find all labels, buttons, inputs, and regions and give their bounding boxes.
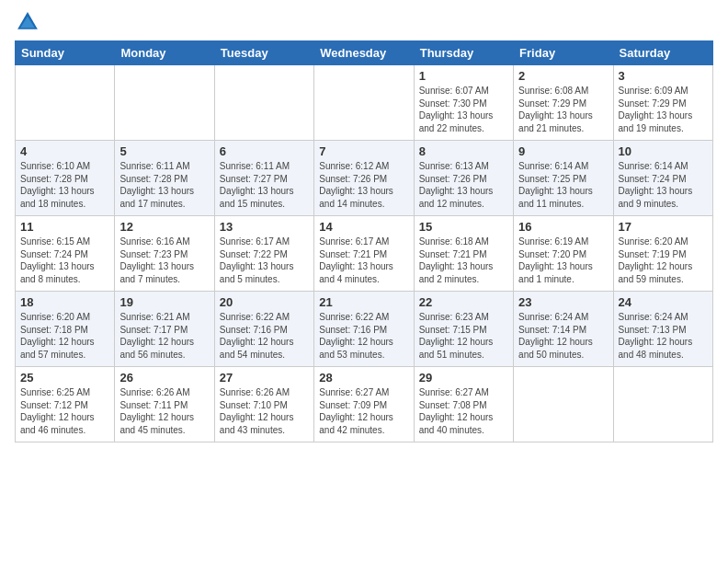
calendar-cell: 26Sunrise: 6:26 AM Sunset: 7:11 PM Dayli… — [115, 367, 214, 442]
calendar-cell: 10Sunrise: 6:14 AM Sunset: 7:24 PM Dayli… — [613, 141, 712, 216]
calendar-cell: 25Sunrise: 6:25 AM Sunset: 7:12 PM Dayli… — [16, 367, 115, 442]
header — [15, 9, 713, 35]
day-number: 5 — [119, 144, 209, 158]
day-info: Sunrise: 6:13 AM Sunset: 7:26 PM Dayligh… — [419, 160, 508, 210]
day-number: 14 — [319, 220, 408, 234]
calendar-header-thursday: Thursday — [414, 41, 513, 65]
day-number: 11 — [20, 220, 109, 234]
logo — [15, 9, 44, 35]
day-info: Sunrise: 6:22 AM Sunset: 7:16 PM Dayligh… — [319, 311, 408, 361]
calendar-header-monday: Monday — [115, 41, 214, 65]
day-info: Sunrise: 6:26 AM Sunset: 7:10 PM Dayligh… — [220, 386, 309, 436]
calendar-week-1: 1Sunrise: 6:07 AM Sunset: 7:30 PM Daylig… — [16, 65, 713, 141]
day-info: Sunrise: 6:14 AM Sunset: 7:24 PM Dayligh… — [619, 160, 708, 210]
calendar-cell: 9Sunrise: 6:14 AM Sunset: 7:25 PM Daylig… — [514, 141, 613, 216]
day-info: Sunrise: 6:19 AM Sunset: 7:20 PM Dayligh… — [518, 236, 608, 285]
day-number: 3 — [619, 69, 708, 83]
calendar-week-4: 18Sunrise: 6:20 AM Sunset: 7:18 PM Dayli… — [16, 292, 713, 367]
day-info: Sunrise: 6:21 AM Sunset: 7:17 PM Dayligh… — [119, 311, 209, 361]
calendar-cell: 29Sunrise: 6:27 AM Sunset: 7:08 PM Dayli… — [414, 367, 513, 442]
day-number: 13 — [220, 220, 309, 234]
calendar-cell: 11Sunrise: 6:15 AM Sunset: 7:24 PM Dayli… — [16, 216, 115, 292]
calendar-cell — [613, 367, 712, 442]
day-number: 9 — [518, 144, 608, 158]
day-number: 6 — [220, 144, 309, 158]
day-info: Sunrise: 6:18 AM Sunset: 7:21 PM Dayligh… — [419, 236, 508, 285]
day-info: Sunrise: 6:20 AM Sunset: 7:19 PM Dayligh… — [619, 236, 708, 285]
day-number: 1 — [419, 69, 508, 83]
calendar-header-saturday: Saturday — [613, 41, 712, 65]
day-info: Sunrise: 6:08 AM Sunset: 7:29 PM Dayligh… — [518, 85, 608, 134]
calendar-header-sunday: Sunday — [16, 41, 115, 65]
day-info: Sunrise: 6:17 AM Sunset: 7:22 PM Dayligh… — [220, 236, 309, 285]
calendar-cell: 20Sunrise: 6:22 AM Sunset: 7:16 PM Dayli… — [214, 292, 313, 367]
calendar-cell: 15Sunrise: 6:18 AM Sunset: 7:21 PM Dayli… — [414, 216, 513, 292]
calendar-cell: 19Sunrise: 6:21 AM Sunset: 7:17 PM Dayli… — [115, 292, 214, 367]
day-info: Sunrise: 6:24 AM Sunset: 7:14 PM Dayligh… — [518, 311, 608, 361]
calendar-header-wednesday: Wednesday — [314, 41, 414, 65]
day-info: Sunrise: 6:11 AM Sunset: 7:27 PM Dayligh… — [220, 160, 309, 210]
calendar-cell: 21Sunrise: 6:22 AM Sunset: 7:16 PM Dayli… — [314, 292, 414, 367]
day-info: Sunrise: 6:14 AM Sunset: 7:25 PM Dayligh… — [518, 160, 608, 210]
calendar-week-5: 25Sunrise: 6:25 AM Sunset: 7:12 PM Dayli… — [16, 367, 713, 442]
day-info: Sunrise: 6:12 AM Sunset: 7:26 PM Dayligh… — [319, 160, 408, 210]
calendar-header-friday: Friday — [514, 41, 613, 65]
day-number: 20 — [220, 295, 309, 309]
day-number: 21 — [319, 295, 408, 309]
day-info: Sunrise: 6:20 AM Sunset: 7:18 PM Dayligh… — [20, 311, 109, 361]
day-info: Sunrise: 6:27 AM Sunset: 7:09 PM Dayligh… — [319, 386, 408, 436]
calendar-cell — [16, 65, 115, 141]
calendar-cell: 22Sunrise: 6:23 AM Sunset: 7:15 PM Dayli… — [414, 292, 513, 367]
calendar-cell: 2Sunrise: 6:08 AM Sunset: 7:29 PM Daylig… — [514, 65, 613, 141]
day-number: 2 — [518, 69, 608, 83]
calendar-cell: 18Sunrise: 6:20 AM Sunset: 7:18 PM Dayli… — [16, 292, 115, 367]
calendar-cell: 4Sunrise: 6:10 AM Sunset: 7:28 PM Daylig… — [16, 141, 115, 216]
calendar-cell: 6Sunrise: 6:11 AM Sunset: 7:27 PM Daylig… — [214, 141, 313, 216]
calendar-cell: 27Sunrise: 6:26 AM Sunset: 7:10 PM Dayli… — [214, 367, 313, 442]
calendar: SundayMondayTuesdayWednesdayThursdayFrid… — [15, 40, 713, 442]
day-info: Sunrise: 6:15 AM Sunset: 7:24 PM Dayligh… — [20, 236, 109, 285]
day-info: Sunrise: 6:10 AM Sunset: 7:28 PM Dayligh… — [20, 160, 109, 210]
day-info: Sunrise: 6:23 AM Sunset: 7:15 PM Dayligh… — [419, 311, 508, 361]
day-number: 24 — [619, 295, 708, 309]
calendar-cell: 1Sunrise: 6:07 AM Sunset: 7:30 PM Daylig… — [414, 65, 513, 141]
day-info: Sunrise: 6:09 AM Sunset: 7:29 PM Dayligh… — [619, 85, 708, 134]
calendar-cell: 14Sunrise: 6:17 AM Sunset: 7:21 PM Dayli… — [314, 216, 414, 292]
day-number: 8 — [419, 144, 508, 158]
calendar-week-2: 4Sunrise: 6:10 AM Sunset: 7:28 PM Daylig… — [16, 141, 713, 216]
day-number: 10 — [619, 144, 708, 158]
calendar-header-tuesday: Tuesday — [214, 41, 313, 65]
day-number: 25 — [20, 371, 109, 385]
day-number: 16 — [518, 220, 608, 234]
day-number: 22 — [419, 295, 508, 309]
day-info: Sunrise: 6:07 AM Sunset: 7:30 PM Dayligh… — [419, 85, 508, 134]
day-number: 4 — [20, 144, 109, 158]
day-number: 26 — [119, 371, 209, 385]
day-info: Sunrise: 6:27 AM Sunset: 7:08 PM Dayligh… — [419, 386, 508, 436]
calendar-cell: 28Sunrise: 6:27 AM Sunset: 7:09 PM Dayli… — [314, 367, 414, 442]
calendar-cell — [214, 65, 313, 141]
day-info: Sunrise: 6:26 AM Sunset: 7:11 PM Dayligh… — [119, 386, 209, 436]
day-info: Sunrise: 6:16 AM Sunset: 7:23 PM Dayligh… — [119, 236, 209, 285]
page: SundayMondayTuesdayWednesdayThursdayFrid… — [0, 0, 728, 563]
calendar-cell: 3Sunrise: 6:09 AM Sunset: 7:29 PM Daylig… — [613, 65, 712, 141]
day-number: 27 — [220, 371, 309, 385]
calendar-week-3: 11Sunrise: 6:15 AM Sunset: 7:24 PM Dayli… — [16, 216, 713, 292]
day-info: Sunrise: 6:25 AM Sunset: 7:12 PM Dayligh… — [20, 386, 109, 436]
calendar-cell: 23Sunrise: 6:24 AM Sunset: 7:14 PM Dayli… — [514, 292, 613, 367]
logo-icon — [15, 9, 40, 35]
day-number: 18 — [20, 295, 109, 309]
day-number: 29 — [419, 371, 508, 385]
day-info: Sunrise: 6:17 AM Sunset: 7:21 PM Dayligh… — [319, 236, 408, 285]
calendar-cell — [514, 367, 613, 442]
calendar-header-row: SundayMondayTuesdayWednesdayThursdayFrid… — [16, 41, 713, 65]
calendar-cell: 24Sunrise: 6:24 AM Sunset: 7:13 PM Dayli… — [613, 292, 712, 367]
day-number: 15 — [419, 220, 508, 234]
calendar-cell: 16Sunrise: 6:19 AM Sunset: 7:20 PM Dayli… — [514, 216, 613, 292]
calendar-cell: 13Sunrise: 6:17 AM Sunset: 7:22 PM Dayli… — [214, 216, 313, 292]
day-number: 12 — [119, 220, 209, 234]
day-info: Sunrise: 6:11 AM Sunset: 7:28 PM Dayligh… — [119, 160, 209, 210]
day-number: 7 — [319, 144, 408, 158]
calendar-cell: 12Sunrise: 6:16 AM Sunset: 7:23 PM Dayli… — [115, 216, 214, 292]
day-number: 23 — [518, 295, 608, 309]
